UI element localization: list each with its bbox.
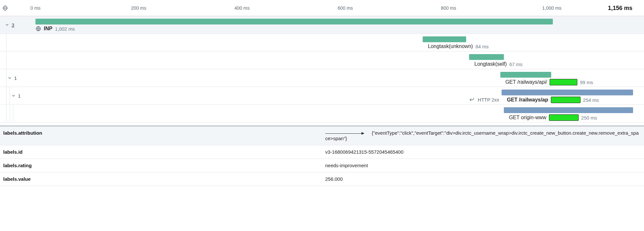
ruler-tick: 1,156 ms	[608, 5, 632, 11]
detail-value: needs-improvement	[322, 159, 644, 172]
span-bar[interactable]	[469, 54, 504, 60]
span-label: GET origin-www 250 ms	[509, 114, 597, 121]
span-name: Longtask(unknown)	[428, 43, 473, 49]
arrow-right-icon	[325, 133, 364, 134]
detail-value: v3-1680069421315-5572045465400	[322, 145, 644, 159]
ruler-tick: 600 ms	[338, 5, 353, 11]
span-label: INP 1,002 ms	[35, 26, 75, 32]
span-row-origin[interactable]: GET origin-www 250 ms	[0, 105, 644, 122]
table-row: labels.id v3-1680069421315-5572045465400	[0, 145, 644, 159]
redacted-icon	[550, 79, 577, 85]
http-arrow-icon	[469, 97, 475, 102]
table-row: labels.rating needs-improvement	[0, 159, 644, 172]
span-duration: 1,002 ms	[55, 26, 75, 32]
details-table: labels.attribution {"eventType":"click",…	[0, 126, 644, 186]
table-row: labels.value 256.000	[0, 172, 644, 186]
span-bar[interactable]	[502, 90, 633, 95]
span-duration: 99 ms	[580, 80, 593, 85]
span-duration: 250 ms	[581, 115, 597, 120]
detail-key: labels.id	[0, 145, 322, 159]
ruler-tick: 800 ms	[441, 5, 457, 11]
table-row: labels.attribution {"eventType":"click",…	[0, 126, 644, 145]
child-count[interactable]: 1	[14, 75, 17, 81]
chevron-down-icon[interactable]	[11, 93, 16, 98]
span-row-longtask-self[interactable]: Longtask(self) 67 ms	[0, 52, 644, 69]
span-name: GET /railways/ap	[507, 97, 548, 103]
span-duration: 84 ms	[476, 44, 489, 49]
span-duration: 67 ms	[509, 62, 523, 67]
chevron-down-icon[interactable]	[7, 75, 12, 81]
span-duration: 254 ms	[583, 97, 599, 103]
detail-key: labels.attribution	[0, 126, 322, 145]
span-row-get-api[interactable]: 1 GET /railways/api/ 99 ms	[0, 69, 644, 87]
span-label: GET /railways/api/ 99 ms	[505, 79, 593, 85]
child-count[interactable]: 1	[18, 93, 21, 99]
detail-value: 256.000	[322, 172, 644, 186]
redacted-icon	[551, 97, 581, 103]
span-bar[interactable]	[500, 72, 552, 78]
span-label: Longtask(unknown) 84 ms	[428, 43, 489, 49]
span-name: INP	[44, 26, 53, 32]
redacted-icon	[549, 114, 579, 121]
panel-separator	[0, 122, 644, 126]
child-count[interactable]: 3	[12, 22, 14, 28]
globe-icon	[35, 26, 41, 32]
span-label: GET /railways/ap 254 ms	[507, 97, 599, 103]
span-bar[interactable]	[35, 19, 553, 24]
chevron-down-icon[interactable]	[5, 22, 10, 27]
detail-key: labels.rating	[0, 159, 322, 172]
span-label: HTTP 2xx	[469, 97, 502, 102]
span-name: GET origin-www	[509, 115, 546, 120]
detail-value: {"eventType":"click","eventTarget":"div>…	[325, 130, 639, 141]
span-bar[interactable]	[504, 107, 633, 113]
span-name: GET /railways/api/	[505, 79, 547, 85]
ruler-tick: 1,000 ms	[542, 5, 562, 11]
ruler-tick: 400 ms	[234, 5, 250, 11]
ruler-tick: 0 ms	[30, 5, 40, 11]
ruler-tick: 200 ms	[131, 5, 147, 11]
span-bar[interactable]	[423, 36, 466, 42]
detail-key: labels.value	[0, 172, 322, 186]
waterfall: 3 INP 1,002 ms Longtask(unknown) 84 ms	[0, 16, 644, 122]
span-row-longtask-unknown[interactable]: Longtask(unknown) 84 ms	[0, 34, 644, 52]
span-name: Longtask(self)	[475, 61, 507, 67]
collapse-all-toggle[interactable]	[0, 5, 10, 12]
http-status: HTTP 2xx	[478, 97, 499, 102]
timeline-ruler: 0 ms200 ms400 ms600 ms800 ms1,000 ms1,15…	[0, 0, 644, 16]
span-label: Longtask(self) 67 ms	[475, 61, 523, 67]
span-row-http-get[interactable]: 1 HTTP 2xx GET /railways/ap 254 ms	[0, 87, 644, 105]
span-row-inp[interactable]: 3 INP 1,002 ms	[0, 16, 644, 34]
